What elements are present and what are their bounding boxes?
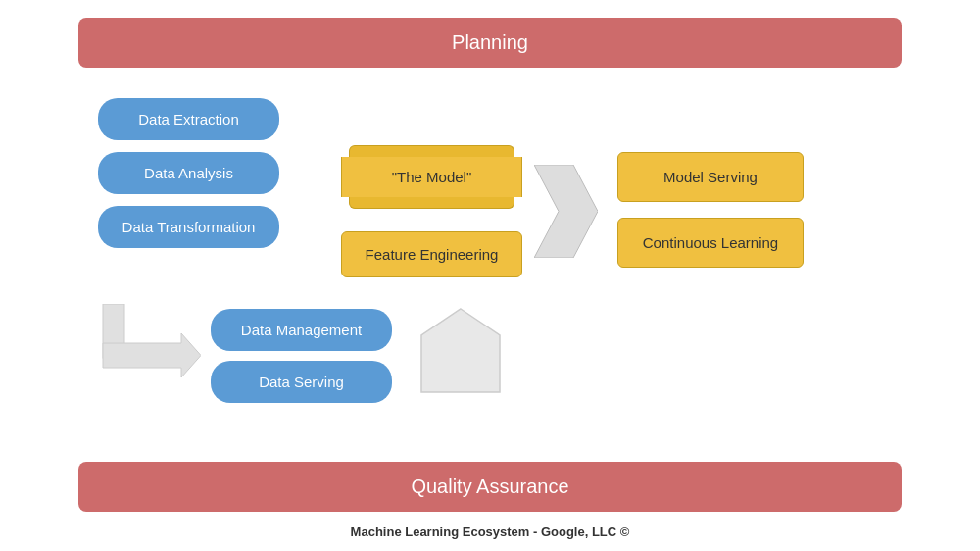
right-column: Model Serving Continuous Learning <box>617 152 804 268</box>
pentagon-shape <box>416 304 505 401</box>
qa-label: Quality Assurance <box>411 476 568 497</box>
data-transformation-box: Data Transformation <box>98 206 279 248</box>
data-serving-box: Data Serving <box>211 361 392 403</box>
footer-text: Machine Learning Ecosystem - Google, LLC… <box>0 525 980 539</box>
data-analysis-box: Data Analysis <box>98 152 279 194</box>
svg-marker-0 <box>534 165 598 258</box>
left-column: Data Extraction Data Analysis Data Trans… <box>98 98 279 248</box>
data-management-box: Data Management <box>211 309 392 351</box>
feature-engineering-box: Feature Engineering <box>341 231 522 277</box>
the-model-label: "The Model" <box>392 169 472 185</box>
model-serving-box: Model Serving <box>617 152 804 202</box>
chevron-arrow <box>534 165 598 262</box>
continuous-learning-box: Continuous Learning <box>617 218 804 268</box>
diagram-area: Planning Data Extraction Data Analysis D… <box>0 0 980 551</box>
planning-bar: Planning <box>78 18 902 68</box>
the-model-scroll: "The Model" <box>341 145 522 209</box>
planning-label: Planning <box>452 31 528 53</box>
data-extraction-box: Data Extraction <box>98 98 279 140</box>
l-arrow <box>98 304 201 391</box>
svg-marker-3 <box>421 309 500 392</box>
qa-bar: Quality Assurance <box>78 462 902 512</box>
bottom-boxes: Data Management Data Serving <box>211 309 392 403</box>
